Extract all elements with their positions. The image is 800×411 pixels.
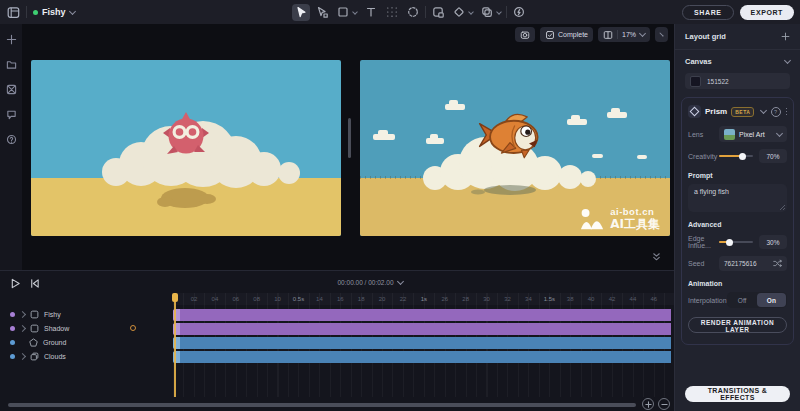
creativity-value[interactable]: 70% [759, 149, 787, 163]
track-bar-ground[interactable] [173, 337, 671, 349]
lens-thumbnail [724, 129, 735, 140]
lens-dropdown[interactable]: Pixel Art [719, 126, 787, 142]
playhead-handle[interactable] [172, 293, 178, 302]
help-icon[interactable]: ? [771, 107, 781, 117]
divider [506, 6, 507, 18]
canvas-controls: Complete 17% [515, 27, 668, 42]
pixel-cloud [445, 104, 465, 110]
timeline-hscrollbar[interactable] [8, 403, 636, 407]
layer-row-ground[interactable]: Ground [0, 335, 173, 349]
left-rail [0, 24, 22, 270]
layout-grid-row[interactable]: Layout grid [675, 24, 800, 49]
frame-tool[interactable] [429, 4, 447, 21]
interpolation-row: Interpolation Off On [688, 292, 787, 308]
seed-input[interactable]: 762175616 [719, 256, 787, 271]
component-tool-chevron-icon[interactable] [468, 9, 474, 15]
shape-tool[interactable] [334, 4, 352, 21]
help-button[interactable] [6, 134, 17, 145]
fish-sprite-original[interactable] [163, 110, 209, 160]
assets-button[interactable] [6, 84, 17, 95]
component-tool[interactable] [450, 4, 468, 21]
share-button[interactable]: SHARE [682, 5, 734, 20]
animation-label: Animation [688, 280, 787, 287]
track-bar-shadow[interactable] [173, 323, 671, 335]
watermark: ai-bot.cn AI工具集 [579, 207, 660, 231]
project-menu[interactable]: Fishy [33, 7, 75, 17]
boolean-tool-chevron-icon[interactable] [496, 9, 502, 15]
complete-label: Complete [558, 31, 588, 38]
keyframe-marker[interactable] [130, 325, 136, 331]
export-button[interactable]: EXPORT [740, 5, 794, 20]
comments-button[interactable] [6, 109, 17, 120]
text-tool[interactable] [362, 4, 380, 21]
topbar-left: Fishy [0, 6, 75, 19]
chevron-down-icon[interactable] [759, 107, 766, 114]
watermark-cn: AI工具集 [610, 218, 660, 231]
creativity-slider[interactable] [719, 155, 753, 157]
select-tool[interactable] [292, 4, 310, 21]
edge-influence-value[interactable]: 30% [759, 235, 787, 249]
snapshot-button[interactable] [515, 27, 535, 42]
project-name: Fishy [42, 7, 66, 17]
canvas-color-input[interactable]: 151522 [685, 73, 790, 89]
lens-value: Pixel Art [739, 131, 773, 138]
layer-row-shadow[interactable]: Shadow [0, 321, 173, 335]
prompt-label: Prompt [688, 172, 787, 179]
complete-icon [545, 30, 555, 40]
timeline-zoom-in-button[interactable] [642, 398, 654, 410]
play-button[interactable] [10, 278, 21, 289]
track-bar-clouds[interactable] [173, 351, 671, 363]
complete-button[interactable]: Complete [540, 27, 593, 42]
transport-controls [10, 278, 40, 289]
expand-chevron-icon[interactable] [19, 352, 26, 359]
prism-header[interactable]: Prism BETA ? [688, 104, 787, 119]
interpolation-on[interactable]: On [757, 293, 786, 307]
add-button[interactable] [6, 34, 17, 45]
layer-color-dot [10, 340, 15, 345]
watermark-site: ai-bot.cn [610, 207, 660, 218]
topbar-right: SHARE EXPORT [682, 0, 794, 24]
zoom-control[interactable]: 17% [598, 27, 650, 42]
canvas-scrollbar[interactable] [348, 118, 351, 158]
collapse-panel-icon[interactable] [651, 251, 662, 262]
boolean-shapes-tool[interactable] [478, 4, 496, 21]
timeline-panel: 00:00.00 / 00:02.00 02040608100.5s141618… [0, 270, 674, 411]
pentagon-layer-icon [29, 338, 38, 347]
layer-list: FishyShadowGroundClouds [0, 307, 173, 363]
generative-area-tool[interactable] [404, 4, 422, 21]
shape-tool-chevron-icon[interactable] [352, 9, 358, 15]
layer-row-clouds[interactable]: Clouds [0, 349, 173, 363]
layer-color-dot [10, 312, 15, 317]
actions-tool[interactable] [510, 4, 528, 21]
kebab-menu-icon[interactable] [786, 108, 788, 116]
collapse-sidebar-button[interactable] [655, 27, 668, 42]
prompt-input[interactable]: a flying fish [688, 184, 787, 212]
expand-chevron-icon[interactable] [19, 310, 26, 317]
canvas-color-value: 151522 [707, 78, 729, 85]
canvas-area[interactable]: Complete 17% [22, 24, 674, 270]
transform-tool[interactable] [383, 4, 401, 21]
skip-to-start-button[interactable] [29, 278, 40, 289]
frame-rendered[interactable]: ai-bot.cn AI工具集 [360, 60, 670, 236]
fish-sprite-rendered[interactable] [472, 104, 548, 166]
transitions-effects-button[interactable]: TRANSITIONS & EFFECTS [685, 386, 790, 402]
shuffle-seed-icon[interactable] [773, 259, 782, 268]
app-logo-icon[interactable] [7, 6, 20, 19]
timecode-display[interactable]: 00:00.00 / 00:02.00 [285, 279, 455, 286]
edge-influence-slider[interactable] [719, 241, 753, 243]
files-button[interactable] [6, 59, 17, 70]
expand-chevron-icon[interactable] [19, 324, 26, 331]
pages-icon [603, 30, 613, 40]
layer-row-fishy[interactable]: Fishy [0, 307, 173, 321]
timeline-zoom-out-button[interactable] [658, 398, 670, 410]
add-layout-grid-icon[interactable] [781, 32, 790, 41]
canvas-section-header[interactable]: Canvas [675, 50, 800, 72]
render-animation-layer-button[interactable]: RENDER ANIMATION LAYER [688, 317, 787, 333]
node-select-tool[interactable] [313, 4, 331, 21]
canvas-color-swatch[interactable] [690, 76, 701, 87]
track-bar-fishy[interactable] [173, 309, 671, 321]
pixel-cloud [567, 119, 587, 125]
frame-original[interactable] [31, 60, 341, 236]
timecode-value: 00:00.00 / 00:02.00 [337, 279, 393, 286]
interpolation-off[interactable]: Off [728, 293, 757, 307]
